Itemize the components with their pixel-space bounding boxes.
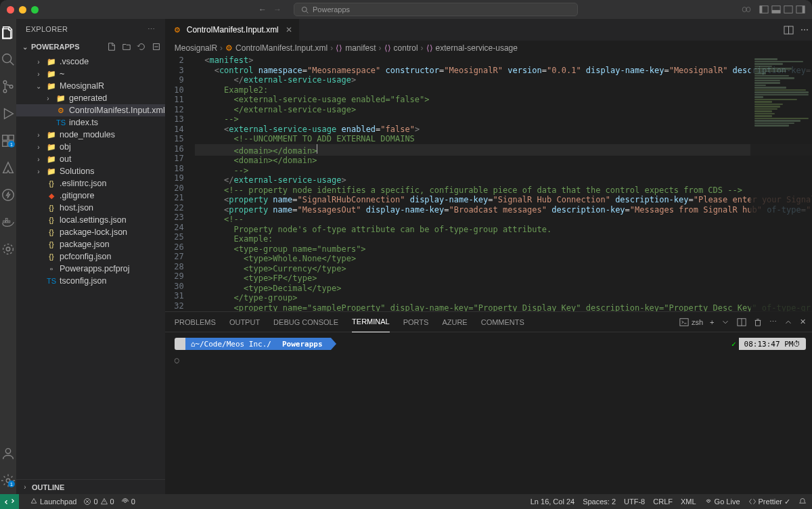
panel-tab-output[interactable]: OUTPUT xyxy=(229,312,260,332)
collapse-all-icon[interactable] xyxy=(152,42,161,51)
minimap[interactable] xyxy=(750,56,812,313)
minimize-window-button[interactable] xyxy=(19,6,26,14)
breadcrumb-item[interactable]: MeosignalR xyxy=(175,43,217,53)
panel-tab-comments[interactable]: COMMENTS xyxy=(481,312,524,332)
search-view-icon[interactable] xyxy=(0,51,16,68)
kill-terminal-icon[interactable] xyxy=(753,317,763,327)
tree-item-powerapps-pcfproj[interactable]: ▫Powerapps.pcfproj xyxy=(16,263,165,275)
breadcrumb[interactable]: MeosignalR›⚙ ControlManifest.Input.xml›⟨… xyxy=(165,41,812,56)
tree-item-index-ts[interactable]: TSindex.ts xyxy=(16,116,165,129)
explorer-view-icon[interactable] xyxy=(0,24,16,41)
panel-tab-terminal[interactable]: TERMINAL xyxy=(352,312,390,332)
layout-customize-icon[interactable] xyxy=(796,5,805,14)
terminal[interactable]: ⌂ ~/Code/Meos Inc./Powerapps ✓ 08:13:47 … xyxy=(165,332,812,494)
maximize-window-button[interactable] xyxy=(31,6,39,14)
settings-gear-icon[interactable]: 1 xyxy=(0,472,16,489)
status-spaces[interactable]: Spaces: 2 xyxy=(583,497,616,506)
source-control-icon[interactable] xyxy=(0,79,16,95)
panel-tab-problems[interactable]: PROBLEMS xyxy=(175,312,216,332)
code-editor[interactable]: <manifest> <control namespace="Meosnames… xyxy=(195,56,812,311)
status-prettier[interactable]: Prettier ✓ xyxy=(748,497,790,506)
status-language[interactable]: XML xyxy=(681,497,696,506)
bottom-panel: PROBLEMSOUTPUTDEBUG CONSOLETERMINALPORTS… xyxy=(165,311,812,494)
project-name: POWERAPPS xyxy=(31,43,80,51)
svg-line-1 xyxy=(307,11,309,13)
tree-item--eslintrc-json[interactable]: {}.eslintrc.json xyxy=(16,177,165,190)
run-debug-icon[interactable] xyxy=(0,106,16,122)
tree-item-package-lock-json[interactable]: {}package-lock.json xyxy=(16,226,165,238)
split-terminal-icon[interactable] xyxy=(737,317,746,327)
accounts-icon[interactable] xyxy=(0,445,16,462)
tree-item-pcfconfig-json[interactable]: {}pcfconfig.json xyxy=(16,250,165,263)
tree-item-package-json[interactable]: {}package.json xyxy=(16,238,165,250)
editor-more-icon[interactable]: ⋯ xyxy=(800,25,809,35)
svg-rect-5 xyxy=(760,6,763,14)
tree-item--vscode[interactable]: ›📁.vscode xyxy=(16,56,165,68)
panel-more-icon[interactable]: ⋯ xyxy=(769,317,777,326)
svg-rect-22 xyxy=(5,221,7,223)
tree-item-obj[interactable]: ›📁obj xyxy=(16,141,165,153)
remote-indicator[interactable] xyxy=(0,494,19,509)
close-window-button[interactable] xyxy=(7,6,14,14)
layout-toggle-secondary-icon[interactable] xyxy=(784,5,793,14)
extensions-icon[interactable]: 1 xyxy=(0,133,16,149)
tree-item-meosignalr[interactable]: ⌄📁MeosignalR xyxy=(16,80,165,92)
explorer-title: EXPLORER xyxy=(26,25,68,33)
tree-item-tsconfig-json[interactable]: TStsconfig.json xyxy=(16,275,165,287)
layout-toggle-panel-icon[interactable] xyxy=(771,5,781,14)
tree-item-host-json[interactable]: {}host.json xyxy=(16,202,165,214)
gitlens-icon[interactable] xyxy=(0,241,16,257)
docker-icon[interactable] xyxy=(0,214,16,230)
status-notifications-icon[interactable] xyxy=(798,497,807,506)
new-file-icon[interactable] xyxy=(107,42,116,51)
copilot-icon[interactable] xyxy=(742,5,751,14)
tree-item-local-settings-json[interactable]: {}local.settings.json xyxy=(16,214,165,226)
breadcrumb-item[interactable]: ⚙ ControlManifest.Input.xml xyxy=(225,43,328,53)
status-errors[interactable]: 0 0 xyxy=(83,497,114,506)
tree-item-controlmanifest-input-xml[interactable]: ⚙ControlManifest.Input.xml xyxy=(16,104,165,116)
close-tab-icon[interactable]: ✕ xyxy=(286,25,292,35)
new-terminal-icon[interactable]: + xyxy=(710,318,714,326)
project-section-header[interactable]: ⌄ POWERAPPS xyxy=(16,39,165,54)
tree-item-out[interactable]: ›📁out xyxy=(16,153,165,165)
nav-forward-icon[interactable]: → xyxy=(273,5,281,14)
tree-item-solutions[interactable]: ›📁Solutions xyxy=(16,165,165,177)
command-search-input[interactable]: Powerapps xyxy=(294,3,578,16)
explorer-more-icon[interactable]: ⋯ xyxy=(148,25,155,34)
refresh-icon[interactable] xyxy=(137,42,146,51)
editor-group: ⚙ ControlManifest.Input.xml ✕ ⋯ Meosigna… xyxy=(165,19,812,494)
svg-line-12 xyxy=(10,62,14,66)
panel-tab-azure[interactable]: AZURE xyxy=(442,312,467,332)
terminal-shell-label[interactable]: zsh xyxy=(679,317,703,327)
editor-tab[interactable]: ⚙ ControlManifest.Input.xml ✕ xyxy=(165,19,300,41)
svg-rect-7 xyxy=(772,10,780,13)
status-golive[interactable]: Go Live xyxy=(704,497,740,506)
apple-icon xyxy=(175,338,185,350)
svg-rect-21 xyxy=(3,221,5,223)
tree-item--gitignore[interactable]: ◆.gitignore xyxy=(16,190,165,202)
new-folder-icon[interactable] xyxy=(122,42,131,51)
tree-item-node-modules[interactable]: ›📁node_modules xyxy=(16,129,165,141)
power-platform-icon[interactable] xyxy=(0,187,16,203)
panel-tab-ports[interactable]: PORTS xyxy=(403,312,429,332)
split-editor-icon[interactable] xyxy=(784,25,794,35)
status-eol[interactable]: CRLF xyxy=(653,497,673,506)
tree-item-generated[interactable]: ›📁generated xyxy=(16,92,165,104)
outline-section[interactable]: › OUTLINE xyxy=(16,479,165,494)
terminal-dropdown-icon[interactable] xyxy=(721,317,730,327)
tree-item--[interactable]: ›📁~ xyxy=(16,68,165,80)
breadcrumb-item[interactable]: ⟨⟩ manifest xyxy=(336,43,376,53)
maximize-panel-icon[interactable] xyxy=(784,317,793,327)
breadcrumb-item[interactable]: ⟨⟩ control xyxy=(384,43,418,53)
status-cursor-position[interactable]: Ln 16, Col 24 xyxy=(531,497,574,506)
explorer-sidebar: EXPLORER ⋯ ⌄ POWERAPPS ›📁.vscode›📁~⌄📁Meo… xyxy=(16,19,165,494)
status-launchpad[interactable]: Launchpad xyxy=(30,497,76,506)
breadcrumb-item[interactable]: ⟨⟩ external-service-usage xyxy=(426,43,518,53)
layout-toggle-sidebar-icon[interactable] xyxy=(759,5,769,14)
nav-back-icon[interactable]: ← xyxy=(258,5,267,14)
status-encoding[interactable]: UTF-8 xyxy=(624,497,645,506)
panel-tab-debug-console[interactable]: DEBUG CONSOLE xyxy=(273,312,338,332)
status-ports[interactable]: 0 xyxy=(121,497,135,506)
close-panel-icon[interactable]: ✕ xyxy=(800,317,806,326)
azure-icon[interactable] xyxy=(0,160,16,176)
